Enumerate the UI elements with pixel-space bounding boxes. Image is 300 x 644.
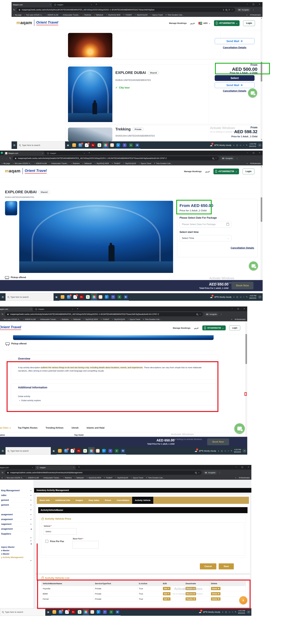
time-select[interactable]: Select Time⌄ xyxy=(180,235,231,241)
bookmark-item[interactable]: ● Test case #23100: A... xyxy=(5,477,24,479)
taskbar-app-icon[interactable]: s2 xyxy=(64,608,70,616)
site-logo[interactable]: maqam Orient Travel xyxy=(0,324,21,331)
taskbar-app-icon[interactable]: X xyxy=(116,293,122,301)
sidebar-item[interactable]: s Master xyxy=(0,552,34,556)
taskbar-clock[interactable]: 4:00 PM8/5/2025 xyxy=(249,295,256,299)
tab-close-icon[interactable]: × xyxy=(91,4,92,6)
taskbar-app-icon[interactable]: s2 xyxy=(72,293,78,301)
bookmark-item[interactable]: ✈ SkySOUQ100 xyxy=(123,162,136,164)
wifi-icon[interactable]: ≈ xyxy=(243,296,244,298)
notification-badge[interactable]: 26 xyxy=(243,449,246,452)
zoom-icon[interactable] xyxy=(226,9,227,10)
notification-badge[interactable]: 26 xyxy=(247,610,250,614)
phone-button[interactable]: +971600562726⌄ xyxy=(213,168,239,174)
bookmark-item[interactable]: ● AKBAR ALAM xyxy=(23,318,36,320)
start-button[interactable]: ⊞ xyxy=(12,142,17,149)
edit-button[interactable]: Edit✎ xyxy=(163,587,171,590)
restore-button[interactable]: ▢ xyxy=(251,152,257,154)
taskbar-app-icon[interactable] xyxy=(57,447,63,454)
sidebar-item[interactable]: Suppliers xyxy=(0,532,34,536)
bookmark-item[interactable]: ✈ THABAT xyxy=(101,318,109,320)
taskbar-app-icon[interactable]: s2 xyxy=(84,142,90,149)
task-view-icon[interactable]: ▣ xyxy=(65,144,71,146)
sidebar-item[interactable]: ndler▼ xyxy=(0,493,34,498)
tray-chevron-icon[interactable]: ∧ xyxy=(233,296,235,298)
bookmarks-overflow-icon[interactable]: » xyxy=(235,477,236,479)
close-button[interactable]: × xyxy=(245,466,251,468)
bookmark-item[interactable]: ⊞ Time Duration Calc... xyxy=(146,477,164,479)
sidebar-item[interactable]: tegory Master xyxy=(0,545,34,549)
tab-maqam[interactable]: ◯maqam× xyxy=(35,466,76,470)
book-now-button[interactable]: Book Now xyxy=(207,438,229,445)
tab-close-icon[interactable]: × xyxy=(73,466,74,468)
footer-tab[interactable]: Top Cities▾ xyxy=(0,427,11,429)
address-bar[interactable]: ◉ maqamqa2web.caxita.ca/en/ActivityDetai… xyxy=(13,156,219,160)
date-input[interactable]: Please Select Date For Package xyxy=(180,221,231,228)
tray-chevron-icon[interactable]: ∧ xyxy=(233,144,234,146)
scroll-up-arrow[interactable]: ▲ xyxy=(261,166,262,167)
bookmark-item[interactable]: ✈ Ejazza Travel xyxy=(131,477,143,479)
forward-icon[interactable]: → xyxy=(6,157,8,160)
bookmark-item[interactable]: ✈ Ejazza Travel xyxy=(139,162,151,164)
scroll-up-arrow[interactable]: ▲ xyxy=(261,17,262,19)
close-button[interactable]: × xyxy=(256,3,262,5)
taskbar-app-icon[interactable]: 1 xyxy=(66,293,72,301)
new-tab-button[interactable]: + xyxy=(96,3,97,6)
reload-icon[interactable]: ↻ xyxy=(9,157,11,160)
task-view-icon[interactable]: ▣ xyxy=(54,296,59,298)
site-info-icon[interactable]: ◉ xyxy=(7,472,9,474)
tab-close-icon[interactable]: × xyxy=(32,466,33,468)
taskbar-app-icon[interactable]: Fz xyxy=(76,447,82,454)
pen-icon[interactable]: ✎ xyxy=(231,450,232,452)
taskbar-app-icon[interactable]: X xyxy=(113,447,120,454)
bookmark-item[interactable]: ● Ambassador Travels... xyxy=(61,14,80,16)
start-button[interactable]: ⊞ xyxy=(0,293,6,301)
bookmark-item[interactable]: ✈ SkySOUQ100 xyxy=(135,14,148,16)
bookmark-item[interactable]: ✈ Ejazza Travel xyxy=(128,318,140,320)
weather-icon[interactable]: ☁1 xyxy=(194,449,197,452)
sidebar-item[interactable]: gement▼ xyxy=(0,498,34,502)
tab-close-icon[interactable]: × xyxy=(72,308,73,310)
bookmark-item[interactable]: ✈ SkySOUQ NEW xyxy=(83,318,98,320)
bookmark-item[interactable]: ✈ SkySOUQ NEW xyxy=(94,162,109,164)
taskbar-clock[interactable]: 4:00 PM8/5/2025 xyxy=(234,448,241,453)
taskbar-app-icon[interactable]: N xyxy=(82,447,88,454)
address-bar[interactable]: ◉ maqamqa2web.caxita.ca/en/ActivityDetai… xyxy=(5,312,203,316)
bookmark-item[interactable]: ● Ambassador Travels... xyxy=(39,318,57,320)
close-button[interactable]: × xyxy=(257,152,263,154)
manage-bookings-link[interactable]: Manage Bookings xyxy=(169,22,187,24)
admin-tab[interactable]: Prices xyxy=(102,497,114,504)
new-tab-button[interactable]: + xyxy=(89,152,90,154)
taskbar-app-icon[interactable] xyxy=(94,447,101,454)
chat-fab[interactable] xyxy=(249,262,258,270)
tab-close-icon[interactable]: × xyxy=(50,4,51,6)
bookmark-item[interactable]: ● Tathkarah xyxy=(94,14,103,16)
sidebar-item[interactable]: ◀ xyxy=(0,542,34,545)
currency-selector[interactable]: AED⌄ xyxy=(199,22,210,24)
login-button[interactable]: Login xyxy=(229,326,240,330)
base-fare-input[interactable] xyxy=(73,541,99,548)
admin-tab[interactable]: Stop Sales xyxy=(86,497,102,504)
taskbar-app-icon[interactable]: Fz xyxy=(78,293,85,301)
select-button[interactable]: Select xyxy=(215,75,254,81)
all-bookmarks-button[interactable]: All Bookmarks xyxy=(250,162,261,164)
minimize-button[interactable]: − xyxy=(244,152,251,154)
taskbar-app-icon[interactable]: X xyxy=(128,142,134,149)
address-bar[interactable]: ◉ maqamqa2admin.caxita.ca/en/AdminWeb/In… xyxy=(5,470,202,475)
taskbar-app-icon[interactable] xyxy=(97,293,104,301)
thumbnail-image[interactable] xyxy=(5,201,17,216)
key-icon[interactable]: ⚷ xyxy=(223,9,224,11)
bookmark-item[interactable]: ✈ SkySOUQ NEW xyxy=(87,477,101,479)
bookmark-item[interactable]: ✈ THABAT xyxy=(112,162,120,164)
bookmark-item[interactable]: ● Redmine xyxy=(60,318,69,320)
wifi-icon[interactable]: ≈ xyxy=(243,144,244,146)
weather-icon[interactable]: ☁1 xyxy=(199,610,201,614)
battery-icon[interactable]: ▭ xyxy=(240,296,241,298)
tab-close-icon[interactable]: × xyxy=(84,152,85,154)
bookmark-item[interactable]: ⊞ Time Duration Calc... xyxy=(154,162,172,164)
tab-maqam[interactable]: ◯maqam× xyxy=(46,151,86,155)
scrollbar-thumb[interactable] xyxy=(245,334,247,364)
taskbar-search[interactable]: Type here to search xyxy=(6,447,51,454)
all-bookmarks-button[interactable]: All Bookmarks xyxy=(235,318,246,320)
manage-bookings-link[interactable]: Manage Bookings xyxy=(173,327,190,329)
